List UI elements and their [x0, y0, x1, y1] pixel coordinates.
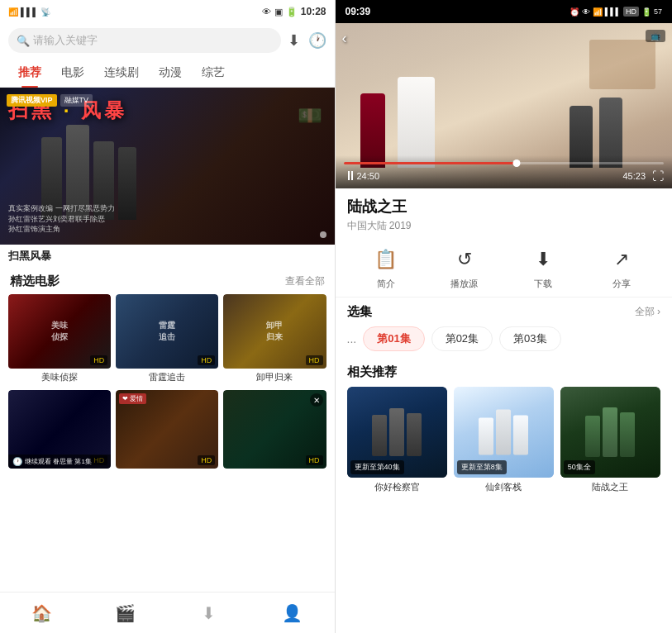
banner-desc-text: 真实案例改编 一网打尽黑恶势力 孙红雷张艺兴刘奕君联手除恶 孙红雷饰演主角 [8, 203, 318, 235]
movie-card-2[interactable]: 雷霆追击 HD 雷霆追击 [116, 294, 218, 383]
source-icon: ↺ [450, 245, 479, 274]
recommend-card-2[interactable]: 更新至第8集 仙剑客栈 [454, 387, 554, 493]
recent-card-2[interactable]: HD ❤ 爱情 [116, 390, 218, 469]
action-share[interactable]: ↗ 分享 [582, 245, 660, 290]
tab-variety[interactable]: 综艺 [192, 58, 235, 88]
battery-right: 🔋 [641, 7, 651, 17]
intro-label: 简介 [377, 278, 395, 290]
recommend-label-1: 你好检察官 [347, 481, 447, 493]
tv-icon[interactable]: 📺 [646, 30, 665, 42]
continue-overlay-1: 🕐 继续观看 眷思量 第1集 [8, 455, 111, 469]
fullscreen-button[interactable]: ⛶ [652, 169, 664, 183]
search-icon: 🔍 [17, 35, 28, 46]
close-button[interactable]: ✕ [310, 393, 323, 407]
battery-icon: 🔋 [286, 7, 298, 17]
scene-prop [589, 40, 655, 89]
share-icon: ↗ [607, 245, 636, 274]
banner-desc: 真实案例改编 一网打尽黑恶势力 孙红雷张艺兴刘奕君联手除恶 孙红雷饰演主角 [8, 203, 318, 235]
recent-hd-3: HD [306, 455, 323, 465]
player-bottom: ⏸ 24:50 45:23 ⛶ [344, 169, 665, 183]
status-right-icons: 👁 ▣ 🔋 10:28 [262, 6, 326, 17]
movie-poster-1: 美味侦探 HD [8, 294, 111, 369]
eye-icon-right: 👁 [582, 7, 590, 17]
network-icon: 📶 [8, 7, 18, 17]
episode-ellipsis: ... [347, 332, 357, 345]
nav-profile[interactable]: 👤 [250, 603, 334, 623]
recommend-badge-2: 更新至第8集 [457, 460, 507, 474]
recent-card-3[interactable]: HD ✕ [223, 390, 326, 469]
hd-tag-right: HD [623, 7, 639, 17]
profile-icon: 👤 [282, 603, 303, 623]
right-panel: 09:39 ⏰ 👁 📶 ▌▌▌ HD 🔋 57 [336, 0, 673, 633]
battery-pct: 57 [654, 7, 662, 16]
movie-card-1[interactable]: 美味侦探 HD 美味侦探 [8, 294, 111, 383]
episode-1[interactable]: 第01集 [363, 326, 424, 351]
video-player[interactable]: ‹ 📺 ⏸ 24:50 45:23 ⛶ [336, 23, 673, 188]
share-label: 分享 [612, 278, 631, 290]
signal-bars: ▌▌▌ [21, 7, 38, 17]
episodes-title: 选集 [347, 304, 372, 320]
recommend-card-3[interactable]: 50集全 陆战之王 [560, 387, 660, 493]
recommend-label-3: 陆战之王 [560, 481, 660, 493]
progress-fill [344, 162, 517, 164]
pause-button[interactable]: ⏸ [344, 169, 357, 183]
recommend-grid: 更新至第40集 你好检察官 更新至第8集 仙剑客栈 [347, 387, 661, 493]
download-button[interactable]: ⬇ [288, 31, 300, 50]
recommend-label-2: 仙剑客栈 [454, 481, 554, 493]
action-download[interactable]: ⬇ 下载 [503, 245, 582, 290]
episodes-all[interactable]: 全部 › [635, 305, 660, 319]
download-nav-icon: ⬇ [202, 603, 216, 623]
love-badge: ❤ 爱情 [119, 393, 146, 404]
vip-tag: 腾讯视频VIP [7, 94, 57, 107]
recent-poster-2: HD ❤ 爱情 [116, 390, 218, 469]
nav-home[interactable]: 🏠 [0, 603, 83, 623]
back-button[interactable]: ‹ [342, 30, 347, 47]
episodes-list: ... 第01集 第02集 第03集 [347, 326, 661, 351]
episode-3[interactable]: 第03集 [499, 326, 560, 351]
recent-poster-1: HD 🕐 继续观看 眷思量 第1集 [8, 390, 111, 469]
banner-title: 扫黑风暴 [8, 250, 51, 262]
nav-download[interactable]: ⬇ [167, 603, 250, 623]
movie-label-2: 雷霆追击 [116, 371, 218, 383]
action-source[interactable]: ↺ 播放源 [425, 245, 503, 290]
banner[interactable]: 💵 扫黑 · 风暴 腾讯视频VIP 融媒TV 真实案例改编 一网打尽黑恶势力 孙… [0, 88, 335, 245]
featured-movies-more[interactable]: 查看全部 [285, 274, 325, 288]
recent-card-1[interactable]: HD 🕐 继续观看 眷思量 第1集 [8, 390, 111, 469]
video-meta: 中国大陆 2019 [347, 219, 661, 233]
time-right: 09:39 [346, 6, 371, 17]
left-panel: 📶 ▌▌▌ 📡 👁 ▣ 🔋 10:28 🔍 请输入关键字 ⬇ 🕐 推荐 电影 [0, 0, 335, 633]
banner-title-row: 扫黑风暴 [0, 245, 335, 267]
movie-poster-text-1: 美味侦探 [51, 320, 68, 343]
continue-text: 继续观看 眷思量 第1集 [25, 457, 92, 466]
action-intro[interactable]: 📋 简介 [347, 245, 426, 290]
hd-badge-2: HD [198, 355, 215, 365]
tv-tag: 融媒TV [60, 94, 93, 107]
tab-series[interactable]: 连续剧 [94, 58, 149, 88]
search-input-wrap[interactable]: 🔍 请输入关键字 [8, 28, 281, 53]
vip-badge: 腾讯视频VIP 融媒TV [7, 94, 93, 107]
recommend-badge-1: 更新至第40集 [350, 460, 404, 474]
screen-icon: ▣ [274, 7, 283, 17]
history-button[interactable]: 🕐 [308, 31, 326, 50]
movie-grid: 美味侦探 HD 美味侦探 雷霆追击 HD 雷霆追击 卸甲归来 HD 卸甲归来 [0, 294, 335, 390]
recommend-card-1[interactable]: 更新至第40集 你好检察官 [347, 387, 447, 493]
tab-recommend[interactable]: 推荐 [8, 58, 51, 88]
time-left: 10:28 [301, 6, 326, 17]
episode-2[interactable]: 第02集 [431, 326, 493, 351]
video-title: 陆战之王 [347, 197, 661, 217]
signal-right: ▌▌▌ [605, 7, 621, 16]
recommend-poster-img-2: 更新至第8集 [454, 387, 554, 478]
movie-poster-3: 卸甲归来 HD [223, 294, 326, 369]
clock-icon: 🕐 [12, 457, 22, 466]
intro-icon: 📋 [371, 245, 401, 274]
eye-icon: 👁 [262, 7, 271, 17]
status-icons-right: ⏰ 👁 📶 ▌▌▌ HD 🔋 57 [570, 7, 662, 17]
nav-video[interactable]: 🎬 [83, 603, 167, 623]
status-bar-right: 09:39 ⏰ 👁 📶 ▌▌▌ HD 🔋 57 [336, 0, 673, 23]
hd-badge-1: HD [90, 355, 107, 365]
progress-bar[interactable] [344, 162, 665, 164]
tab-anime[interactable]: 动漫 [149, 58, 192, 88]
tab-movie[interactable]: 电影 [51, 58, 94, 88]
search-bar: 🔍 请输入关键字 ⬇ 🕐 [0, 23, 335, 58]
movie-card-3[interactable]: 卸甲归来 HD 卸甲归来 [223, 294, 326, 383]
